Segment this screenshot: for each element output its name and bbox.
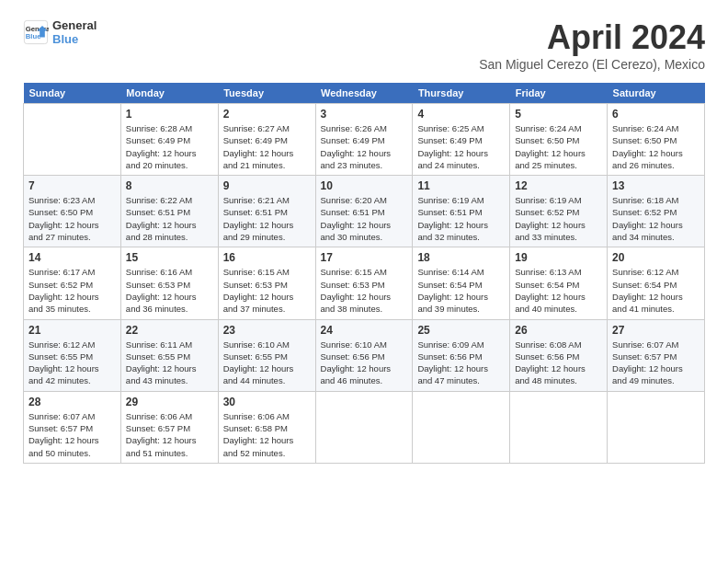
calendar-cell: 8Sunrise: 6:22 AM Sunset: 6:51 PM Daylig… [120, 176, 218, 247]
calendar-table: SundayMondayTuesdayWednesdayThursdayFrid… [23, 83, 705, 464]
cell-info: Sunrise: 6:24 AM Sunset: 6:50 PM Dayligh… [515, 122, 602, 171]
calendar-cell: 30Sunrise: 6:06 AM Sunset: 6:58 PM Dayli… [218, 391, 315, 463]
header-row: SundayMondayTuesdayWednesdayThursdayFrid… [24, 83, 705, 104]
date-number: 13 [612, 179, 700, 192]
calendar-cell [315, 391, 413, 463]
calendar-cell: 21Sunrise: 6:12 AM Sunset: 6:55 PM Dayli… [24, 319, 121, 391]
day-header-thursday: Thursday [413, 83, 510, 104]
cell-info: Sunrise: 6:06 AM Sunset: 6:57 PM Dayligh… [126, 410, 213, 459]
cell-info: Sunrise: 6:08 AM Sunset: 6:56 PM Dayligh… [515, 339, 602, 387]
date-number: 21 [28, 324, 116, 337]
calendar-cell: 10Sunrise: 6:20 AM Sunset: 6:51 PM Dayli… [315, 176, 413, 247]
cell-info: Sunrise: 6:20 AM Sunset: 6:51 PM Dayligh… [321, 194, 408, 243]
date-number: 18 [417, 251, 505, 264]
calendar-cell: 29Sunrise: 6:06 AM Sunset: 6:57 PM Dayli… [120, 391, 218, 463]
cell-info: Sunrise: 6:09 AM Sunset: 6:56 PM Dayligh… [417, 339, 505, 387]
cell-info: Sunrise: 6:17 AM Sunset: 6:52 PM Dayligh… [28, 266, 116, 315]
week-row-2: 7Sunrise: 6:23 AM Sunset: 6:50 PM Daylig… [24, 176, 705, 247]
svg-text:General: General [26, 25, 49, 33]
day-header-saturday: Saturday [608, 83, 705, 104]
week-row-1: 1Sunrise: 6:28 AM Sunset: 6:49 PM Daylig… [24, 104, 705, 176]
calendar-cell: 12Sunrise: 6:19 AM Sunset: 6:52 PM Dayli… [510, 176, 608, 247]
cell-info: Sunrise: 6:13 AM Sunset: 6:54 PM Dayligh… [515, 266, 602, 315]
day-header-sunday: Sunday [24, 83, 121, 104]
week-row-3: 14Sunrise: 6:17 AM Sunset: 6:52 PM Dayli… [24, 247, 705, 319]
date-number: 28 [28, 396, 116, 408]
date-number: 29 [126, 396, 213, 408]
calendar-cell: 11Sunrise: 6:19 AM Sunset: 6:51 PM Dayli… [413, 176, 510, 247]
cell-info: Sunrise: 6:14 AM Sunset: 6:54 PM Dayligh… [417, 266, 505, 315]
date-number: 17 [321, 251, 408, 264]
date-number: 3 [321, 108, 408, 121]
date-number: 26 [515, 324, 602, 337]
logo-text: General Blue [52, 18, 97, 46]
cell-info: Sunrise: 6:07 AM Sunset: 6:57 PM Dayligh… [612, 339, 700, 387]
date-number: 7 [28, 179, 116, 192]
calendar-cell: 20Sunrise: 6:12 AM Sunset: 6:54 PM Dayli… [608, 247, 705, 319]
cell-info: Sunrise: 6:19 AM Sunset: 6:51 PM Dayligh… [417, 194, 505, 243]
day-header-friday: Friday [510, 83, 608, 104]
calendar-cell: 3Sunrise: 6:26 AM Sunset: 6:49 PM Daylig… [315, 104, 413, 176]
cell-info: Sunrise: 6:18 AM Sunset: 6:52 PM Dayligh… [612, 194, 700, 243]
cell-info: Sunrise: 6:25 AM Sunset: 6:49 PM Dayligh… [417, 122, 505, 171]
cell-info: Sunrise: 6:10 AM Sunset: 6:56 PM Dayligh… [321, 339, 408, 387]
cell-info: Sunrise: 6:07 AM Sunset: 6:57 PM Dayligh… [28, 410, 116, 459]
logo-icon: General Blue [23, 19, 49, 45]
calendar-cell: 2Sunrise: 6:27 AM Sunset: 6:49 PM Daylig… [218, 104, 315, 176]
calendar-cell: 23Sunrise: 6:10 AM Sunset: 6:55 PM Dayli… [218, 319, 315, 391]
date-number: 16 [223, 251, 311, 264]
date-number: 22 [126, 324, 213, 337]
day-header-wednesday: Wednesday [315, 83, 413, 104]
calendar-cell: 25Sunrise: 6:09 AM Sunset: 6:56 PM Dayli… [413, 319, 510, 391]
cell-info: Sunrise: 6:19 AM Sunset: 6:52 PM Dayligh… [515, 194, 602, 243]
cell-info: Sunrise: 6:12 AM Sunset: 6:55 PM Dayligh… [28, 339, 116, 387]
week-row-4: 21Sunrise: 6:12 AM Sunset: 6:55 PM Dayli… [24, 319, 705, 391]
date-number: 12 [515, 179, 602, 192]
date-number: 10 [321, 179, 408, 192]
cell-info: Sunrise: 6:21 AM Sunset: 6:51 PM Dayligh… [223, 194, 311, 243]
date-number: 15 [126, 251, 213, 264]
week-row-5: 28Sunrise: 6:07 AM Sunset: 6:57 PM Dayli… [24, 391, 705, 463]
calendar-cell: 18Sunrise: 6:14 AM Sunset: 6:54 PM Dayli… [413, 247, 510, 319]
calendar-cell: 28Sunrise: 6:07 AM Sunset: 6:57 PM Dayli… [24, 391, 121, 463]
date-number: 5 [515, 108, 602, 121]
date-number: 2 [223, 108, 311, 121]
cell-info: Sunrise: 6:26 AM Sunset: 6:49 PM Dayligh… [321, 122, 408, 171]
calendar-cell: 26Sunrise: 6:08 AM Sunset: 6:56 PM Dayli… [510, 319, 608, 391]
calendar-cell: 24Sunrise: 6:10 AM Sunset: 6:56 PM Dayli… [315, 319, 413, 391]
date-number: 20 [612, 251, 700, 264]
date-number: 1 [126, 108, 213, 121]
page-header: General Blue General Blue April 2024 San… [23, 18, 705, 72]
cell-info: Sunrise: 6:06 AM Sunset: 6:58 PM Dayligh… [223, 410, 311, 459]
calendar-cell: 27Sunrise: 6:07 AM Sunset: 6:57 PM Dayli… [608, 319, 705, 391]
cell-info: Sunrise: 6:23 AM Sunset: 6:50 PM Dayligh… [28, 194, 116, 243]
calendar-cell: 16Sunrise: 6:15 AM Sunset: 6:53 PM Dayli… [218, 247, 315, 319]
calendar-cell [608, 391, 705, 463]
calendar-cell: 6Sunrise: 6:24 AM Sunset: 6:50 PM Daylig… [608, 104, 705, 176]
month-title: April 2024 [479, 18, 705, 57]
calendar-cell: 4Sunrise: 6:25 AM Sunset: 6:49 PM Daylig… [413, 104, 510, 176]
day-header-tuesday: Tuesday [218, 83, 315, 104]
cell-info: Sunrise: 6:15 AM Sunset: 6:53 PM Dayligh… [223, 266, 311, 315]
calendar-cell: 1Sunrise: 6:28 AM Sunset: 6:49 PM Daylig… [120, 104, 218, 176]
cell-info: Sunrise: 6:22 AM Sunset: 6:51 PM Dayligh… [126, 194, 213, 243]
calendar-cell: 22Sunrise: 6:11 AM Sunset: 6:55 PM Dayli… [120, 319, 218, 391]
calendar-cell [413, 391, 510, 463]
date-number: 8 [126, 179, 213, 192]
calendar-cell: 17Sunrise: 6:15 AM Sunset: 6:53 PM Dayli… [315, 247, 413, 319]
cell-info: Sunrise: 6:11 AM Sunset: 6:55 PM Dayligh… [126, 339, 213, 387]
date-number: 24 [321, 324, 408, 337]
date-number: 11 [417, 179, 505, 192]
date-number: 25 [417, 324, 505, 337]
logo: General Blue General Blue [23, 18, 97, 46]
calendar-cell: 9Sunrise: 6:21 AM Sunset: 6:51 PM Daylig… [218, 176, 315, 247]
cell-info: Sunrise: 6:24 AM Sunset: 6:50 PM Dayligh… [612, 122, 700, 171]
date-number: 19 [515, 251, 602, 264]
date-number: 27 [612, 324, 700, 337]
date-number: 9 [223, 179, 311, 192]
calendar-cell: 13Sunrise: 6:18 AM Sunset: 6:52 PM Dayli… [608, 176, 705, 247]
calendar-cell: 15Sunrise: 6:16 AM Sunset: 6:53 PM Dayli… [120, 247, 218, 319]
cell-info: Sunrise: 6:10 AM Sunset: 6:55 PM Dayligh… [223, 339, 311, 387]
date-number: 30 [223, 396, 311, 408]
date-number: 23 [223, 324, 311, 337]
